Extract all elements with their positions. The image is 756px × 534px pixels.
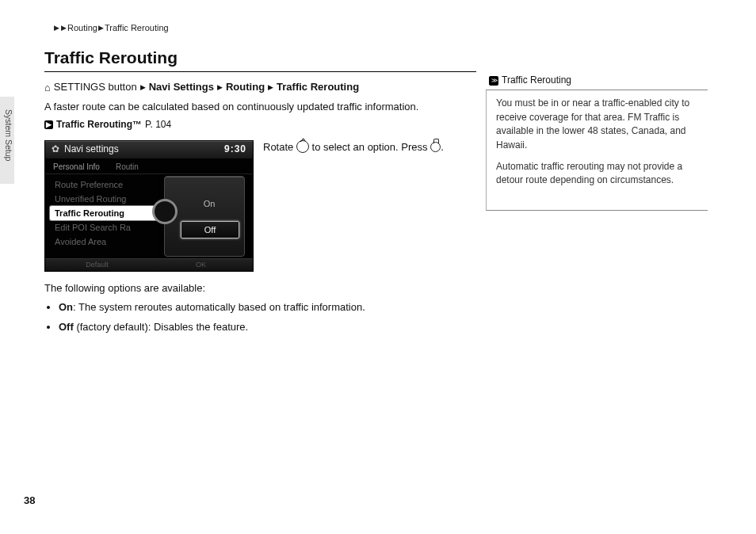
menu-item[interactable]: Edit POI Search Ra <box>50 220 173 235</box>
screenshot-footer: Default OK <box>45 258 253 271</box>
screenshot-tab[interactable]: Routin <box>108 159 147 174</box>
sidebar-heading-text: Traffic Rerouting <box>502 74 571 87</box>
triangle-icon: ▶ <box>98 23 104 33</box>
breadcrumb: ▶ ▶ Routing ▶ Traffic Rerouting <box>53 22 169 35</box>
page-number: 38 <box>24 494 35 509</box>
xref-icon: ▶ <box>44 120 53 129</box>
sidebar-heading: ≫ Traffic Rerouting <box>486 71 708 90</box>
option-on: On: The system reroutes automatically ba… <box>59 300 476 315</box>
instr-text: . <box>441 141 444 153</box>
screenshot-clock: 9:30 <box>224 143 246 156</box>
sidebar-paragraph: Automatic traffic rerouting may not prov… <box>496 160 708 188</box>
device-screenshot: ✿ Navi settings 9:30 Personal Info Routi… <box>44 140 254 272</box>
popup-option-off[interactable]: Off <box>181 221 239 238</box>
sidebar-chevron-icon: ≫ <box>489 76 498 86</box>
breadcrumb-item: Traffic Rerouting <box>105 22 169 35</box>
intro-text: A faster route can be calculated based o… <box>44 100 476 115</box>
option-on-label: On <box>59 301 73 313</box>
nav-path-step: Routing <box>226 80 265 95</box>
xref-label: Traffic Rerouting™ <box>56 119 142 130</box>
triangle-icon: ▶ <box>54 23 59 33</box>
popup-option-on[interactable]: On <box>181 196 238 212</box>
sidebar-note: ≫ Traffic Rerouting You must be in or ne… <box>486 71 708 211</box>
option-off: Off (factory default): Disables the feat… <box>59 320 476 335</box>
nav-path-step: Traffic Rerouting <box>277 80 359 95</box>
option-off-label: Off <box>59 321 74 333</box>
nav-path-step: Navi Settings <box>149 80 214 95</box>
screenshot-tab[interactable]: Personal Info <box>45 159 108 174</box>
sidebar-paragraph: You must be in or near a traffic-enabled… <box>496 97 708 152</box>
triangle-icon: ▶ <box>61 23 67 33</box>
section-tab-label: System Setup <box>0 97 14 161</box>
press-dial-icon <box>430 142 441 152</box>
settings-button-icon: ⌂ <box>44 82 51 93</box>
options-intro: The following options are available: <box>44 281 476 296</box>
section-tab: System Setup <box>0 97 14 184</box>
triangle-icon: ▶ <box>268 82 273 93</box>
footer-button-ok[interactable]: OK <box>149 259 253 271</box>
gear-icon: ✿ <box>52 143 59 156</box>
triangle-icon: ▶ <box>140 82 146 93</box>
option-off-text: (factory default): Disables the feature. <box>74 321 248 333</box>
page-title: Traffic Rerouting <box>44 46 476 72</box>
footer-button-default[interactable]: Default <box>45 259 149 271</box>
instr-text: to select an option. Press <box>309 141 430 153</box>
breadcrumb-item: Routing <box>67 22 97 35</box>
screenshot-title: Navi settings <box>64 143 119 156</box>
options-list: On: The system reroutes automatically ba… <box>44 300 476 335</box>
screenshot-titlebar: ✿ Navi settings 9:30 <box>45 141 253 159</box>
rotate-dial-icon <box>296 140 309 153</box>
triangle-icon: ▶ <box>217 82 223 93</box>
screenshot-instructions: Rotate to select an option. Press . <box>263 140 476 155</box>
option-on-text: : The system reroutes automatically base… <box>73 301 365 313</box>
screenshot-popup: On Off <box>164 176 245 257</box>
menu-item[interactable]: Route Preference <box>50 177 173 192</box>
screenshot-tabs: Personal Info Routin <box>45 159 253 174</box>
cross-reference: ▶Traffic Rerouting™P. 104 <box>44 118 476 132</box>
nav-path: ⌂ SETTINGS button ▶ Navi Settings ▶ Rout… <box>44 80 476 95</box>
instr-text: Rotate <box>263 141 296 153</box>
xref-page: P. 104 <box>145 119 171 130</box>
menu-item[interactable]: Avoided Area <box>50 235 173 249</box>
nav-path-settings: SETTINGS button <box>54 80 137 95</box>
dial-icon[interactable] <box>152 199 178 224</box>
